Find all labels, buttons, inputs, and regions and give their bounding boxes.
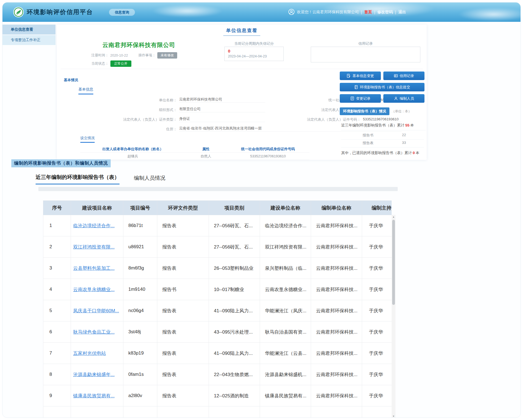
table-cell: 27--056砖瓦、石... bbox=[209, 236, 260, 258]
project-link[interactable]: 凤庆县干口华能60M... bbox=[73, 308, 119, 313]
vertical-scrollbar[interactable]: ▲ ▼ bbox=[392, 215, 395, 418]
nav-logout-link[interactable]: 退出 bbox=[398, 10, 406, 15]
table-cell: 9 bbox=[43, 385, 71, 406]
cloud-decoration bbox=[458, 7, 521, 21]
table-cell: 华能澜沧江（云县... bbox=[260, 343, 311, 364]
register-time-value: 2020-10-22 bbox=[110, 54, 128, 57]
action-button-panel: 基本信息变更 信用记录 环境影响报告书（表）信息提交 变更记录 bbox=[340, 72, 424, 105]
investor-attr: 自然人 bbox=[185, 154, 227, 159]
table-cell: 22--043生物质燃... bbox=[209, 364, 260, 385]
table-cell: 镇康县民族贸易有... bbox=[260, 385, 311, 406]
table-cell: 云南君邦环保科技... bbox=[311, 385, 362, 406]
stat-label: 报告表 bbox=[363, 141, 373, 146]
table-row bbox=[43, 406, 392, 418]
register-time-label: 注册时间： bbox=[91, 53, 109, 58]
score-panel: 0 2023-04-24—2024-04-23 bbox=[224, 47, 284, 61]
table-row: 赵继兵 自然人 533521196706193610 bbox=[80, 153, 309, 160]
staff-button[interactable]: 编制人员 bbox=[383, 94, 424, 103]
project-link[interactable]: 云南农垦永德糖业... bbox=[73, 287, 115, 292]
project-link[interactable]: 云县塑料包装加工... bbox=[73, 266, 115, 271]
table-cell: 于庆华 bbox=[362, 279, 392, 300]
project-link[interactable]: 耿马绿色食品工业... bbox=[73, 329, 115, 335]
establish-table: 出资人或者举办单位等的名称（姓名） 属性 统一社会信用代码或身份证件号码 赵继兵… bbox=[80, 146, 309, 160]
table-cell bbox=[123, 406, 157, 418]
change-record-button[interactable]: 变更记录 bbox=[340, 94, 381, 103]
table-cell: 云南君邦环保科技... bbox=[311, 258, 362, 279]
table-cell: 报告表 bbox=[157, 364, 209, 385]
unit-info-card: 单位信息查看 云南君邦环保科技有限公司 注册时间： 2020-10-22 操作事… bbox=[57, 25, 427, 160]
field-label: 单位名称： bbox=[79, 98, 177, 103]
company-status-line: 当前状态： 正常公开 bbox=[91, 60, 131, 67]
total-count: 55 bbox=[405, 123, 410, 127]
project-link[interactable]: 临沧边境经济合作... bbox=[73, 223, 115, 228]
info-query-button[interactable]: 信息查询 bbox=[109, 9, 135, 16]
table-cell: 报告表 bbox=[157, 215, 209, 236]
project-link[interactable]: 双江祥鸿投资有限... bbox=[73, 244, 115, 250]
credit-record-button[interactable]: 信用记录 bbox=[383, 72, 424, 80]
table-row: 6耿马绿色食品工业...3st48j报告表43--095污水处理...耿马自治县… bbox=[43, 321, 392, 343]
cloud-decoration bbox=[152, 5, 223, 17]
report-submit-button[interactable]: 环境影响报告书（表）信息提交 bbox=[340, 83, 424, 91]
table-cell: 报告表 bbox=[157, 343, 209, 364]
stat-value: 33 bbox=[402, 141, 406, 146]
field-value: 身份证 bbox=[179, 116, 265, 122]
scroll-down-arrow-icon[interactable]: ▼ bbox=[392, 414, 395, 418]
scrollbar-thumb[interactable] bbox=[392, 220, 395, 305]
column-header: 编制单位名称 bbox=[311, 201, 362, 215]
table-cell: 于庆华 bbox=[362, 321, 392, 343]
table-cell bbox=[71, 406, 123, 418]
nav-change-password-link[interactable]: 修改密码 bbox=[377, 10, 393, 15]
table-cell: 沧源县勐来锦盛机... bbox=[260, 364, 311, 385]
field-label: 法定代表人（负责人）证件类型： bbox=[79, 117, 177, 122]
establish-section-title: 设立情况 bbox=[80, 136, 95, 143]
doc-icon bbox=[350, 96, 354, 101]
column-header: 建设项目名称 bbox=[71, 201, 123, 215]
table-cell: 临沧边境经济合作... bbox=[260, 215, 311, 236]
table-row: 4云南农垦永德糖业...1m9140报告书10--017制糖业云南农垦永德糖业.… bbox=[43, 279, 392, 300]
report-stats-title: 环境影响报告书（表）情况 bbox=[340, 107, 389, 115]
nav-home-link[interactable]: 首页 bbox=[364, 10, 372, 15]
table-cell: nc06g4 bbox=[123, 300, 157, 321]
project-name-cell: 云县塑料包装加工... bbox=[71, 258, 123, 279]
tab-recent-reports[interactable]: 近三年编制的环境影响报告书（表） bbox=[36, 174, 120, 184]
project-link[interactable]: 沧源县勐来锦盛年... bbox=[73, 372, 115, 377]
basic-section-title: 基本情况 bbox=[64, 78, 78, 83]
stat-label: 报告书 bbox=[363, 133, 373, 138]
table-cell: 27--056砖瓦、石... bbox=[209, 215, 260, 236]
person-icon bbox=[394, 96, 398, 101]
scroll-up-arrow-icon[interactable]: ▲ bbox=[392, 215, 395, 219]
tab-basic-info[interactable]: 基本信息 bbox=[78, 87, 93, 94]
table-cell: k83p19 bbox=[123, 343, 157, 364]
basic-change-button[interactable]: 基本信息变更 bbox=[340, 72, 381, 80]
table-cell: 12--025酒的制造 bbox=[209, 385, 260, 406]
sidebar-item-special-rectify[interactable]: 专项整治工作补正 bbox=[2, 35, 55, 45]
column-header: 统一社会信用代码或身份证件号码 bbox=[227, 147, 309, 152]
score-panel-title: 当前记分周期内失信记分 bbox=[224, 41, 284, 46]
report-stats-header: 环境影响报告书（表）情况 （单位：本） bbox=[340, 107, 424, 115]
tab-staff-info[interactable]: 编制人员情况 bbox=[134, 175, 165, 184]
header-user-area: 欢迎您！云南君邦环保科技有限公司 | 首页 | 修改密码 | 退出 bbox=[288, 2, 406, 22]
separator: | bbox=[395, 10, 396, 14]
table-cell: 10--017制糖业 bbox=[209, 279, 260, 300]
field-label: 组织形式： bbox=[79, 107, 177, 112]
table-cell: 8 bbox=[43, 364, 71, 385]
table-cell: 41--090陆上风力... bbox=[209, 300, 260, 321]
welcome-text: 欢迎您！云南君邦环保科技有限公司 bbox=[297, 10, 359, 15]
table-cell: 于庆华 bbox=[362, 258, 392, 279]
field-value: 533521196706193610 bbox=[363, 117, 402, 122]
table-cell: 云南农垦永德糖业... bbox=[260, 279, 311, 300]
report-total-line: 近三年编制环境影响报告书（表）累计55本 bbox=[341, 123, 426, 130]
table-cell: 报告表 bbox=[157, 385, 209, 406]
doc-edit-icon bbox=[347, 74, 351, 78]
sidebar-item-unit-info[interactable]: 单位信息查看 bbox=[2, 25, 55, 35]
company-name: 云南君邦环保科技有限公司 bbox=[102, 41, 175, 49]
credit-record-panel bbox=[311, 47, 420, 62]
table-cell: 云南君邦环保科技... bbox=[311, 215, 362, 236]
project-link[interactable]: 镇康县民族贸易有... bbox=[73, 393, 115, 398]
table-cell: 7 bbox=[43, 343, 71, 364]
report-table-head-row: 序号建设项目名称项目编号环评文件类型项目类别建设单位名称编制单位名称编制主持人 bbox=[43, 201, 392, 215]
project-name-cell: 临沧边境经济合作... bbox=[71, 215, 123, 236]
project-link[interactable]: 五家村光伏电站 bbox=[73, 351, 106, 356]
report-returned-line: 其中，已退回的环境影响报告书（表）累计0本 bbox=[341, 150, 426, 155]
status-badge: 正常公开 bbox=[110, 60, 131, 67]
